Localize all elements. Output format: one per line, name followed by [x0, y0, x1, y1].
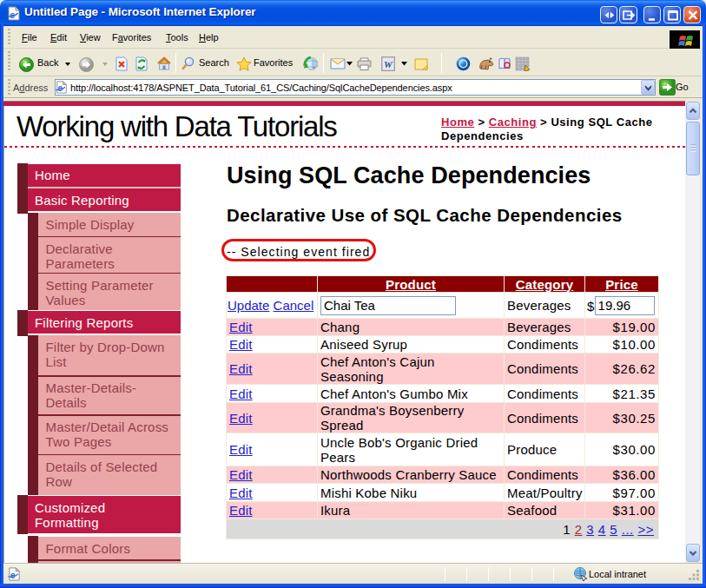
svg-text:e: e: [10, 570, 16, 580]
svg-text:e: e: [10, 10, 15, 20]
svg-text:W: W: [384, 58, 393, 69]
svg-text:e: e: [58, 83, 63, 93]
